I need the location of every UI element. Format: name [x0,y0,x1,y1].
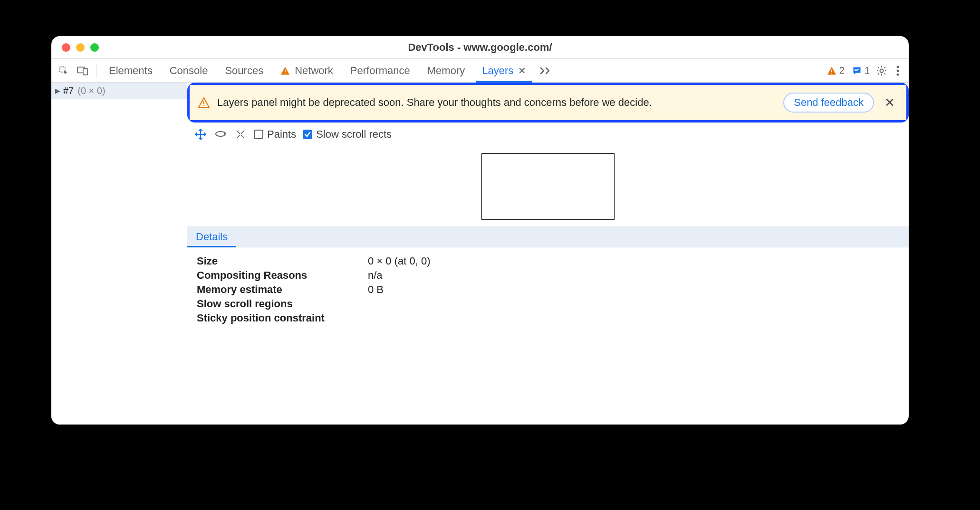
detail-row-compositing: Compositing Reasons n/a [197,269,899,282]
issues-counter[interactable]: 2 [823,65,848,76]
send-feedback-button[interactable]: Send feedback [783,93,874,113]
traffic-lights [51,43,99,52]
inspect-element-icon[interactable] [56,63,71,78]
svg-point-11 [897,69,899,72]
layer-label: #7 [63,85,74,96]
layers-sidebar: ▶ #7 (0 × 0) [51,83,187,425]
deprecation-banner-highlight: Layers panel might be deprecated soon. S… [187,83,909,123]
svg-rect-6 [831,73,832,74]
detail-value: 0 × 0 (at 0, 0) [368,255,430,267]
message-icon [852,66,862,76]
tab-label: Layers [482,65,513,77]
tab-label: Sources [225,65,263,77]
tab-label: Details [196,231,228,243]
tab-layers[interactable]: Layers ✕ [473,59,535,82]
checkbox-label: Slow scroll rects [316,128,392,141]
checkbox-icon [303,130,312,139]
tabs-overflow-button[interactable] [535,67,557,75]
warning-icon [198,97,210,108]
checkbox-icon [254,130,263,139]
slow-scroll-rects-checkbox[interactable]: Slow scroll rects [303,128,392,141]
tab-performance[interactable]: Performance [342,59,419,82]
svg-point-9 [880,69,884,72]
tab-memory[interactable]: Memory [419,59,473,82]
tab-label: Network [295,65,333,77]
detail-key: Memory estimate [197,283,368,296]
svg-rect-2 [83,68,87,75]
detail-value: 0 B [368,283,384,296]
details-tabbar: Details [187,227,909,247]
tab-label: Console [170,65,208,77]
warning-icon [280,66,290,75]
detail-row-memory: Memory estimate 0 B [197,283,899,296]
close-icon[interactable]: ✕ [518,65,526,76]
detail-row-sticky: Sticky position constraint [197,312,899,324]
detail-value: n/a [368,269,383,282]
tab-label: Performance [350,65,410,77]
layer-tree-item[interactable]: ▶ #7 (0 × 0) [51,83,187,99]
window-minimize-button[interactable] [76,43,85,52]
layer-dimensions: (0 × 0) [77,85,105,96]
messages-counter[interactable]: 1 [848,65,874,76]
tab-sources[interactable]: Sources [216,59,272,82]
window-close-button[interactable] [62,43,70,52]
titlebar: DevTools - www.google.com/ [51,36,909,59]
count-value: 2 [839,65,845,76]
tab-elements[interactable]: Elements [100,59,161,82]
detail-key: Sticky position constraint [197,312,368,324]
main-area: ▶ #7 (0 × 0) Layers panel might be depre… [51,83,909,425]
detail-key: Slow scroll regions [197,298,368,310]
svg-rect-14 [203,105,204,106]
layer-rect[interactable] [481,153,615,220]
deprecation-banner: Layers panel might be deprecated soon. S… [190,85,906,120]
tab-label: Memory [427,65,465,77]
more-menu-icon[interactable] [890,63,906,79]
close-icon[interactable]: ✕ [882,94,898,112]
tab-network[interactable]: Network [272,59,342,82]
detail-key: Compositing Reasons [197,269,368,282]
window-title: DevTools - www.google.com/ [51,41,909,54]
checkbox-label: Paints [267,128,296,141]
pan-mode-icon[interactable] [194,128,207,141]
details-tab[interactable]: Details [187,227,236,247]
svg-rect-13 [203,101,204,104]
rotate-mode-icon[interactable] [214,128,227,141]
paints-checkbox[interactable]: Paints [254,128,296,141]
main-toolbar: Elements Console Sources Network Perform… [51,59,909,83]
device-toggle-icon[interactable] [75,63,90,78]
details-body: Size 0 × 0 (at 0, 0) Compositing Reasons… [187,247,909,332]
svg-point-10 [897,66,899,68]
tab-label: Elements [109,65,153,77]
tab-console[interactable]: Console [161,59,217,82]
expand-arrow-icon[interactable]: ▶ [55,87,60,94]
svg-rect-5 [831,69,832,72]
layers-toolbar: Paints Slow scroll rects [187,123,909,146]
count-value: 1 [865,65,870,76]
detail-row-size: Size 0 × 0 (at 0, 0) [197,255,899,267]
svg-rect-4 [285,73,286,74]
window-zoom-button[interactable] [90,43,99,52]
reset-view-icon[interactable] [234,128,247,141]
svg-point-12 [897,73,899,76]
warning-icon [827,66,836,75]
detail-key: Size [197,255,368,267]
svg-rect-7 [855,68,859,69]
settings-icon[interactable] [874,63,890,79]
layers-content: Layers panel might be deprecated soon. S… [187,83,909,425]
detail-row-slow-scroll: Slow scroll regions [197,298,899,310]
layers-canvas[interactable] [187,146,909,227]
separator [96,64,96,78]
svg-rect-8 [855,70,858,71]
devtools-window: DevTools - www.google.com/ Elements Cons… [51,36,909,425]
banner-text: Layers panel might be deprecated soon. S… [217,96,776,109]
svg-rect-3 [285,69,286,72]
panel-tabs: Elements Console Sources Network Perform… [100,59,557,82]
